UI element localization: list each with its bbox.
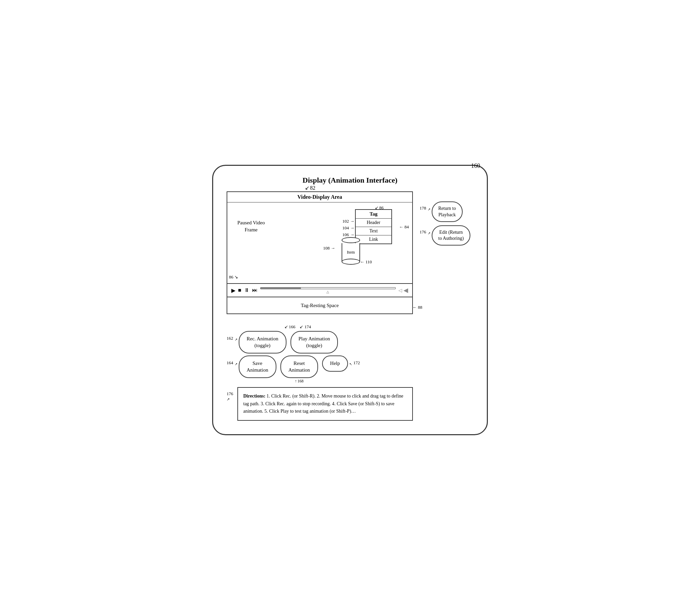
ref-174-number: 174 [305,324,311,330]
ref-88-arrow: ← [412,305,417,310]
ref-110-number: 110 [366,259,372,264]
tag-text-row: Text [356,227,391,235]
ref-84-arrow: ← [399,224,403,230]
tag-resting-space: Tag-Resting Space [227,297,412,313]
ref-104-label: 104 → [342,225,354,231]
skip-button[interactable]: ⏭ [252,287,257,293]
ref-102-arrow: → [350,219,354,224]
ref-176-right-number: 176 [420,225,426,235]
spacer-ref162 [227,324,280,330]
tag-title: Tag [356,210,391,219]
ref-102-number: 102 [342,219,349,224]
directions-text: 1. Click Rec. (or Shift-R). 2. Move mous… [244,393,403,414]
rec-animation-group: 162 ↗ Rec. Animation(toggle) [227,331,286,354]
left-section: ↙ 82 Video-Display Area ↙ 86 Paused Vide… [227,191,413,421]
paused-line1: Paused Video [238,220,265,225]
item-container: 108 → Item [342,237,360,265]
ref-104-arrow: → [350,225,354,231]
rec-animation-button[interactable]: Rec. Animation(toggle) [239,331,286,354]
tag-link-row: Link [356,235,391,243]
ref-160: 160 [471,163,480,169]
cylinder-top [342,237,360,243]
ref-104-number: 104 [342,225,349,231]
controls-bar: ▶ ■ ⏸ ⏭ △ ◁ ◀ [227,283,412,297]
progress-bar-container[interactable]: △ [260,287,396,294]
play-animation-button[interactable]: Play Animation(toggle) [291,331,338,354]
ref-176-right-arrow: ↗ [428,225,430,235]
help-button[interactable]: Help [322,356,348,371]
reset-animation-button[interactable]: ResetAnimation [280,356,318,378]
ref-88-label: ← 88 [412,305,422,310]
ref-178-number: 178 [420,201,426,211]
ref-176-dir-number: 176 [227,388,233,397]
ref-102-label: 102 → [342,219,354,224]
ref-86-bottom-number: 86 [229,274,233,280]
vol-left-icon[interactable]: ◁ [398,288,402,293]
stop-button[interactable]: ■ [238,287,242,293]
directions-container: 176 ↗ Directions: 1. Click Rec. (or Shif… [227,387,413,421]
edit-return-group: 176 ↗ Edit (Returnto Authoring) [420,225,473,245]
ref-162-arrow: ↗ [235,331,238,341]
ref-82-arrow-symbol: ↙ [305,185,309,191]
ref-172-number: 172 [353,356,360,366]
ref-174-arrow: ↙ [300,324,303,330]
ref-168-arrow: ↑ [295,379,297,384]
row1-container: ↙ 166 ↙ 174 162 ↗ Rec. An [227,324,413,354]
tag-resting-wrapper: Tag-Resting Space ← 88 [227,297,412,313]
ref-164-number: 164 [227,356,233,366]
video-display-box: ↙ 82 Video-Display Area ↙ 86 Paused Vide… [227,191,413,314]
video-display-header: Video-Display Area [227,192,412,202]
help-label: Help [330,361,340,366]
edit-return-button[interactable]: Edit (Returnto Authoring) [432,225,471,245]
ref-162-number: 162 [227,331,233,341]
ref-164-arrow: ↗ [235,356,238,366]
ref-168-label: ↑ 168 [295,379,304,384]
progress-track[interactable] [260,287,396,289]
ref-82-number: 82 [310,185,315,191]
ref-172-arrow: ↖ [349,356,352,366]
ref-166-label: ↙ 166 [284,324,296,330]
ref-110-label: ← 110 [360,259,372,265]
paused-line2: Frame [245,227,257,233]
tag-container: Tag Header Text Link [355,209,392,244]
bottom-section: ↙ 166 ↙ 174 162 ↗ Rec. An [227,324,413,421]
cylinder-bottom [342,259,360,265]
ref-168-number: 168 [298,379,304,384]
row1-buttons: 162 ↗ Rec. Animation(toggle) Play Animat… [227,331,413,354]
directions-box: Directions: 1. Click Rec. (or Shift-R). … [238,387,413,421]
rec-animation-label: Rec. Animation(toggle) [247,336,278,348]
row2-buttons: 164 ↗ SaveAnimation ResetAnimation ↑ [227,356,413,384]
play-animation-label: Play Animation(toggle) [299,336,330,348]
play-button[interactable]: ▶ [231,287,235,294]
pause-button[interactable]: ⏸ [244,287,249,293]
right-section: 178 ↗ Return toPlayback 176 ↗ Edit (Retu… [420,191,473,245]
reset-animation-group: ResetAnimation ↑ 168 [280,356,318,384]
save-animation-label: SaveAnimation [247,361,268,373]
ref-108-number: 108 [323,245,330,250]
ref-166-number: 166 [289,324,296,330]
save-animation-button[interactable]: SaveAnimation [239,356,276,378]
paused-video-text: Paused Video Frame [238,219,265,233]
ref-178-arrow: ↗ [428,201,430,211]
volume-area: ◁ ◀ [398,287,408,294]
video-inner: ↙ 86 Paused Video Frame Tag Hea [227,202,412,313]
cylinder-item: Item [342,237,360,265]
row2-container: 164 ↗ SaveAnimation ResetAnimation ↑ [227,356,413,384]
tag-header-row: Header [356,219,391,227]
diagram-title: Display (Animation Interface) [227,176,473,185]
vol-right-icon[interactable]: ◀ [403,287,408,294]
ref-176-dir-group: 176 ↗ [227,387,235,402]
ref-86-bottom-label: 86 ↘ [229,274,238,280]
ref-106-number: 106 [342,232,349,237]
help-group: Help ↖ 172 [322,356,360,371]
ref-84-number: 84 [404,224,409,230]
row1-refs: ↙ 166 ↙ 174 [227,324,413,330]
ref-174-label: ↙ 174 [300,324,413,330]
ref-176-dir-arrow: ↗ [227,397,230,402]
ref-84-label: ← 84 [399,224,409,230]
ref-106-label: 106 → [342,232,354,237]
return-to-playback-button[interactable]: Return toPlayback [432,201,463,222]
edit-return-label: Edit (Returnto Authoring) [439,230,464,241]
content-area: ↙ 82 Video-Display Area ↙ 86 Paused Vide… [227,191,473,421]
save-animation-group: 164 ↗ SaveAnimation [227,356,276,378]
